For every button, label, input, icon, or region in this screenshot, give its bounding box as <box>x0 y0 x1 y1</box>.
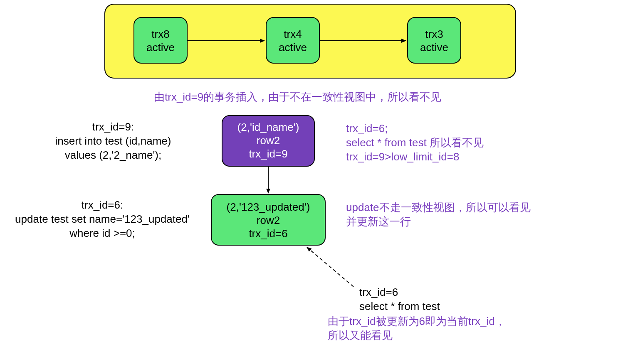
node-trx4: trx4 active <box>266 17 319 63</box>
bb-p2: 所以又能看见 <box>328 329 393 342</box>
svg-rect-2 <box>408 17 461 63</box>
lb1-l3: values (2,'2_name'); <box>65 149 162 161</box>
node-trx8: trx8 active <box>134 17 187 63</box>
rb1-l2: select * from test 所以看不见 <box>346 136 484 149</box>
svg-rect-1 <box>266 17 319 63</box>
rb1-l1: trx_id=6; <box>346 122 388 135</box>
node-trx3-name: trx3 <box>425 28 443 40</box>
bb-l1: trx_id=6 <box>359 286 398 298</box>
left-block-insert: trx_id=9: insert into test (id,name) val… <box>55 121 171 161</box>
lb2-l3: where id >=0; <box>69 227 135 239</box>
bb-p1: 由于trx_id被更新为6即为当前trx_id， <box>328 315 506 327</box>
node-trx8-status: active <box>146 41 175 54</box>
rb2-l1: update不走一致性视图，所以可以看见 <box>346 201 531 214</box>
lb2-l2: update test set name='123_updated' <box>15 213 190 225</box>
rb2-l2: 并更新这一行 <box>346 215 411 228</box>
arrow-dashed-select-v2 <box>307 247 353 287</box>
node-trx3: trx3 active <box>408 17 461 63</box>
node-trx4-status: active <box>279 41 307 54</box>
node-version2: (2,'123_updated') row2 trx_id=6 <box>211 194 325 245</box>
node-v2-value: (2,'123_updated') <box>227 201 310 213</box>
node-v1-trx: trx_id=9 <box>249 148 287 160</box>
svg-rect-0 <box>134 17 187 63</box>
lb2-l1: trx_id=6: <box>82 199 123 211</box>
left-block-update: trx_id=6: update test set name='123_upda… <box>15 199 190 239</box>
node-version1: (2,'id_name') row2 trx_id=9 <box>222 116 314 166</box>
lb1-l2: insert into test (id,name) <box>55 135 171 147</box>
caption-top: 由trx_id=9的事务插入，由于不在一致性视图中，所以看不见 <box>154 91 441 103</box>
node-v1-value: (2,'id_name') <box>237 121 299 133</box>
right-block-update-note: update不走一致性视图，所以可以看见 并更新这一行 <box>346 201 531 228</box>
node-trx4-name: trx4 <box>284 28 302 40</box>
node-v2-row: row2 <box>257 214 280 226</box>
node-v1-row: row2 <box>257 134 280 147</box>
rb1-l3: trx_id=9>low_limit_id=8 <box>346 150 459 163</box>
node-v2-trx: trx_id=6 <box>249 227 287 240</box>
diagram-canvas: trx8 active trx4 active trx3 active 由trx… <box>0 0 618 364</box>
bottom-block: trx_id=6 select * from test 由于trx_id被更新为… <box>328 286 506 342</box>
node-trx3-status: active <box>420 41 448 54</box>
node-trx8-name: trx8 <box>151 28 169 40</box>
bb-l2: select * from test <box>359 300 440 312</box>
lb1-l1: trx_id=9: <box>92 121 134 133</box>
right-block-select: trx_id=6; select * from test 所以看不见 trx_i… <box>346 122 484 163</box>
